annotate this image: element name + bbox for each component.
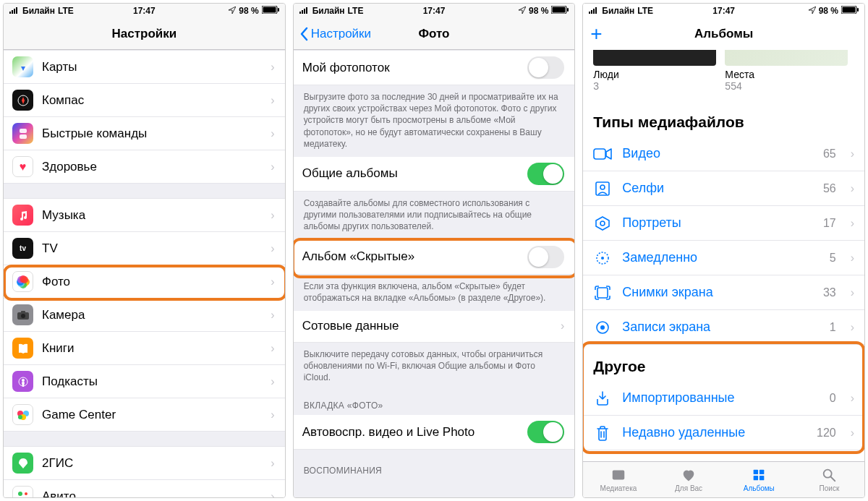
status-bar: Билайн LTE 17:47 98 % (4, 4, 285, 18)
svg-line-53 (831, 477, 835, 481)
settings-row-camera[interactable]: Камера› (4, 299, 285, 332)
settings-row-podcasts[interactable]: Подкасты› (4, 365, 285, 398)
header-photos-tab: ВКЛАДКА «ФОТО» (294, 390, 575, 415)
chevron-right-icon: › (271, 457, 274, 470)
tab-albums[interactable]: Альбомы (724, 462, 794, 497)
media-row-screenshot[interactable]: Снимки экрана33› (583, 275, 864, 310)
battery-icon (841, 6, 859, 16)
settings-row-health[interactable]: ♥Здоровье› (4, 150, 285, 184)
battery-percent: 98 % (239, 6, 258, 16)
add-album-button[interactable]: + (590, 18, 602, 50)
settings-row-compass[interactable]: Компас› (4, 84, 285, 117)
tab-foryou[interactable]: Для Вас (654, 462, 724, 497)
toggle-autoplay[interactable] (527, 421, 564, 443)
svg-rect-37 (857, 8, 859, 12)
chevron-right-icon: › (851, 286, 854, 299)
svg-point-46 (600, 325, 605, 330)
settings-row-maps[interactable]: Карты› (4, 50, 285, 84)
svg-point-13 (22, 379, 25, 382)
chevron-right-icon: › (851, 217, 854, 230)
svg-rect-31 (589, 12, 590, 14)
album-count: 554 (725, 80, 848, 92)
row-label: Мой фотопоток (302, 61, 519, 75)
settings-row-avito[interactable]: Авито› (4, 480, 285, 497)
settings-row-shortcuts[interactable]: Быстрые команды› (4, 117, 285, 150)
photo-settings-list[interactable]: Мой фотопоток Выгрузите фото за последни… (294, 50, 575, 497)
media-row-screenrec[interactable]: Записи экрана1› (583, 310, 864, 345)
media-row-video[interactable]: Видео65› (583, 137, 864, 171)
svg-rect-49 (760, 470, 764, 474)
chevron-right-icon: › (271, 309, 274, 322)
row-count: 120 (817, 427, 836, 440)
albums-content[interactable]: Люди 3 Места 554 Типы медиафайлов Видео6… (583, 50, 864, 461)
phone-settings: Билайн LTE 17:47 98 % Настройки Карты›Ко… (3, 3, 286, 498)
settings-list[interactable]: Карты›Компас›Быстрые команды›♥Здоровье› … (4, 50, 285, 497)
row-label: Здоровье (42, 160, 262, 174)
battery-percent: 98 % (819, 6, 838, 16)
album-count: 3 (593, 80, 716, 92)
row-my-photostream[interactable]: Мой фотопоток (294, 50, 575, 85)
tab-search[interactable]: Поиск (794, 462, 864, 497)
nav-bar: Настройки Фото (294, 18, 575, 50)
svg-point-18 (18, 415, 22, 419)
other-row-trash[interactable]: Недавно удаленные120› (583, 416, 864, 450)
album-people[interactable]: Люди 3 (593, 50, 716, 92)
portrait-icon (593, 215, 612, 231)
svg-point-19 (18, 492, 22, 496)
trash-icon (593, 425, 612, 441)
album-places[interactable]: Места 554 (725, 50, 848, 92)
row-label: Общие альбомы (302, 166, 519, 181)
settings-row-books[interactable]: Книги› (4, 332, 285, 365)
media-row-portrait[interactable]: Портреты17› (583, 206, 864, 241)
other-row-import[interactable]: Импортированные0› (583, 381, 864, 416)
svg-rect-36 (843, 7, 856, 13)
row-label: Музыка (42, 208, 262, 223)
row-label: TV (42, 241, 262, 256)
toggle-photostream[interactable] (527, 56, 564, 79)
settings-row-tv[interactable]: tvTV› (4, 232, 285, 265)
svg-rect-0 (9, 12, 11, 14)
back-button[interactable]: Настройки (299, 18, 371, 49)
chevron-right-icon: › (851, 147, 854, 160)
back-label: Настройки (311, 27, 371, 41)
chevron-right-icon: › (271, 127, 274, 140)
media-row-slomo[interactable]: Замедленно5› (583, 241, 864, 275)
row-cellular-data[interactable]: Сотовые данные › (294, 311, 575, 343)
toggle-hidden-album[interactable] (527, 246, 564, 268)
media-row-selfie[interactable]: Селфи56› (583, 171, 864, 206)
svg-rect-44 (597, 288, 608, 298)
tab-label: Альбомы (744, 484, 775, 492)
svg-point-40 (600, 185, 605, 189)
nav-bar: + Альбомы (583, 18, 864, 50)
svg-rect-26 (304, 9, 305, 14)
row-label: Портреты (622, 215, 813, 231)
chevron-right-icon: › (561, 320, 564, 333)
carrier-label: Билайн (22, 6, 55, 16)
row-label: Камера (42, 308, 262, 322)
svg-rect-6 (278, 8, 279, 12)
location-icon (229, 6, 236, 16)
chevron-right-icon: › (271, 160, 274, 174)
nav-title: Настройки (111, 27, 176, 41)
row-shared-albums[interactable]: Общие альбомы (294, 157, 575, 192)
footer-hidden: Если эта функция включена, альбом «Скрыт… (294, 275, 575, 311)
settings-row-dgis[interactable]: 2ГИС› (4, 446, 285, 480)
row-label: Снимки экрана (622, 285, 813, 300)
settings-row-gamecenter[interactable]: Game Center› (4, 398, 285, 432)
svg-rect-12 (21, 311, 25, 313)
slomo-icon (593, 250, 612, 266)
screenrec-icon (593, 320, 612, 335)
row-autoplay[interactable]: Автовоспр. видео и Live Photo (294, 415, 575, 450)
signal-icon (9, 6, 20, 16)
signal-icon (299, 6, 310, 16)
toggle-shared-albums[interactable] (527, 163, 564, 185)
row-label: Записи экрана (622, 320, 819, 335)
settings-row-music[interactable]: Музыка› (4, 198, 285, 232)
photos-icon (12, 271, 33, 292)
settings-row-photos[interactable]: Фото› (4, 265, 285, 299)
tab-library[interactable]: Медиатека (583, 462, 653, 497)
tab-label: Для Вас (675, 484, 702, 492)
chevron-right-icon: › (851, 182, 854, 195)
row-hidden-album[interactable]: Альбом «Скрытые» (294, 240, 575, 275)
svg-rect-1 (12, 10, 13, 14)
